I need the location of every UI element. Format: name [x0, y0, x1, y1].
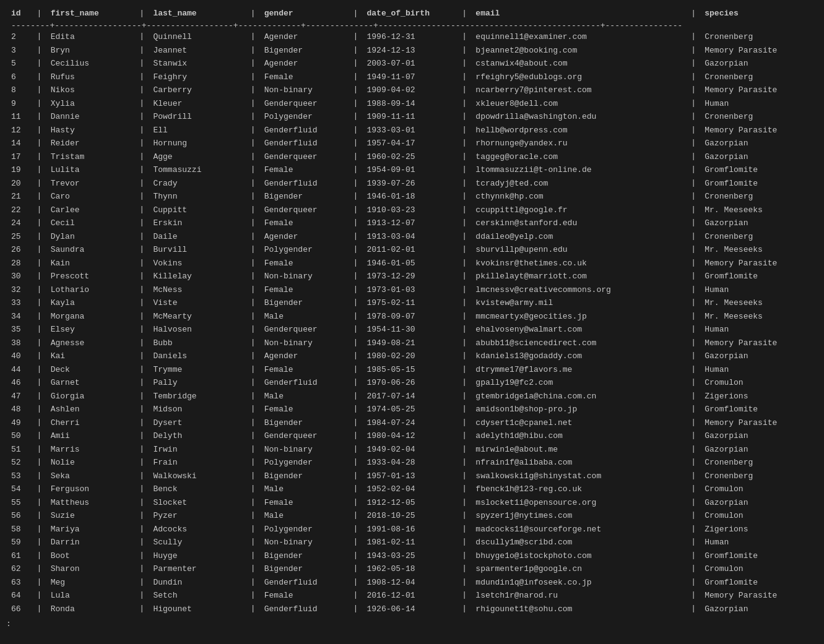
- cell-gender: Female: [259, 589, 352, 603]
- pipe: |: [352, 323, 362, 337]
- pipe: |: [352, 496, 362, 510]
- cell-species: Zigerions: [700, 523, 818, 536]
- cell-first-name: Sharon: [46, 562, 139, 576]
- cell-first-name: Giorgia: [46, 390, 139, 403]
- cell-id: 53: [6, 470, 36, 483]
- pipe: |: [138, 350, 148, 363]
- pipe: |: [36, 456, 46, 470]
- pipe: |: [352, 429, 362, 443]
- cell-email: mdundin1q@infoseek.co.jp: [471, 576, 690, 590]
- pipe: |: [690, 549, 700, 563]
- pipe: |: [36, 310, 46, 324]
- cell-first-name: Tristam: [46, 150, 139, 164]
- cell-gender: Non-binary: [259, 270, 352, 283]
- col-header-id: id: [6, 6, 36, 21]
- cell-last-name: Dysert: [148, 416, 249, 430]
- cell-id: 63: [6, 576, 36, 590]
- pipe: |: [249, 470, 259, 483]
- pipe: |: [461, 483, 471, 496]
- pipe: |: [461, 163, 471, 177]
- pipe: |: [461, 190, 471, 204]
- cell-id: 54: [6, 483, 36, 496]
- pipe: |: [352, 296, 362, 310]
- pipe: |: [36, 470, 46, 483]
- cell-dob: 2003-07-01: [362, 57, 461, 71]
- cell-species: Cronenberg: [700, 456, 818, 470]
- pipe: |: [249, 603, 259, 616]
- cell-first-name: Bryn: [46, 44, 139, 58]
- pipe-separator: |: [352, 6, 362, 21]
- cell-first-name: Cecil: [46, 217, 139, 230]
- pipe: |: [690, 483, 700, 496]
- table-row: 48|Ashlen|Midson|Female|1974-05-25|amids…: [6, 403, 818, 416]
- table-row: 64|Lula|Setch|Female|2016-12-01|lsetch1r…: [6, 589, 818, 603]
- cell-email: kvistew@army.mil: [471, 296, 690, 310]
- pipe: |: [690, 97, 700, 111]
- pipe: |: [461, 549, 471, 563]
- pipe: |: [36, 30, 46, 44]
- pipe: |: [461, 97, 471, 111]
- pipe: |: [249, 403, 259, 416]
- cell-last-name: Hornung: [148, 137, 249, 150]
- cell-first-name: Ashlen: [46, 403, 139, 416]
- pipe: |: [138, 363, 148, 377]
- pipe: |: [690, 124, 700, 137]
- table-row: 61|Boot|Huyge|Bigender|1943-03-25|bhuyge…: [6, 549, 818, 563]
- cell-dob: 1970-06-26: [362, 376, 461, 390]
- table-row: 24|Cecil|Erskin|Female|1913-12-07|cerski…: [6, 217, 818, 230]
- pipe: |: [690, 71, 700, 84]
- cell-id: 62: [6, 562, 36, 576]
- pipe: |: [36, 110, 46, 124]
- pipe: |: [138, 84, 148, 97]
- pipe: |: [249, 496, 259, 510]
- database-output: id | first_name | last_name | gender | d…: [6, 6, 818, 630]
- pipe: |: [138, 110, 148, 124]
- cell-first-name: Elsey: [46, 323, 139, 337]
- cell-species: Gazorpian: [700, 217, 818, 230]
- pipe: |: [690, 576, 700, 590]
- pipe: |: [690, 376, 700, 390]
- pipe: |: [36, 589, 46, 603]
- cell-id: 25: [6, 230, 36, 244]
- cell-dob: 1996-12-31: [362, 30, 461, 44]
- cell-id: 55: [6, 496, 36, 510]
- cell-species: Cromulon: [700, 483, 818, 496]
- cell-last-name: Tommasuzzi: [148, 163, 249, 177]
- pipe: |: [461, 562, 471, 576]
- cell-gender: Female: [259, 496, 352, 510]
- cell-first-name: Nolie: [46, 456, 139, 470]
- pipe: |: [36, 523, 46, 536]
- cell-email: tcradyj@ted.com: [471, 177, 690, 191]
- table-row: 55|Mattheus|Slocket|Female|1912-12-05|ms…: [6, 496, 818, 510]
- cell-species: Cronenberg: [700, 110, 818, 124]
- cell-email: dtrymme17@flavors.me: [471, 363, 690, 377]
- pipe: |: [138, 562, 148, 576]
- cell-dob: 1978-09-07: [362, 310, 461, 324]
- pipe: |: [352, 97, 362, 111]
- pipe: |: [138, 603, 148, 616]
- cell-email: nfrain1f@alibaba.com: [471, 456, 690, 470]
- pipe: |: [36, 603, 46, 616]
- cell-gender: Non-binary: [259, 443, 352, 457]
- cell-email: cthynnk@hp.com: [471, 190, 690, 204]
- cell-email: abubb11@sciencedirect.com: [471, 337, 690, 350]
- pipe: |: [249, 57, 259, 71]
- cell-dob: 1933-03-01: [362, 124, 461, 137]
- cell-gender: Genderfluid: [259, 603, 352, 616]
- pipe: |: [36, 296, 46, 310]
- cell-first-name: Kai: [46, 350, 139, 363]
- pipe: |: [352, 257, 362, 270]
- cell-last-name: Slocket: [148, 496, 249, 510]
- pipe: |: [36, 44, 46, 58]
- cell-email: pkillelayt@marriott.com: [471, 270, 690, 283]
- table-row: 6|Rufus|Feighry|Female|1949-11-07|rfeigh…: [6, 71, 818, 84]
- cell-id: 59: [6, 536, 36, 549]
- pipe: |: [36, 483, 46, 496]
- cell-first-name: Suzie: [46, 509, 139, 523]
- pipe: |: [138, 509, 148, 523]
- cell-species: Human: [700, 363, 818, 377]
- cell-last-name: Parmenter: [148, 562, 249, 576]
- cell-last-name: Delyth: [148, 429, 249, 443]
- pipe: |: [352, 190, 362, 204]
- pipe: |: [138, 270, 148, 283]
